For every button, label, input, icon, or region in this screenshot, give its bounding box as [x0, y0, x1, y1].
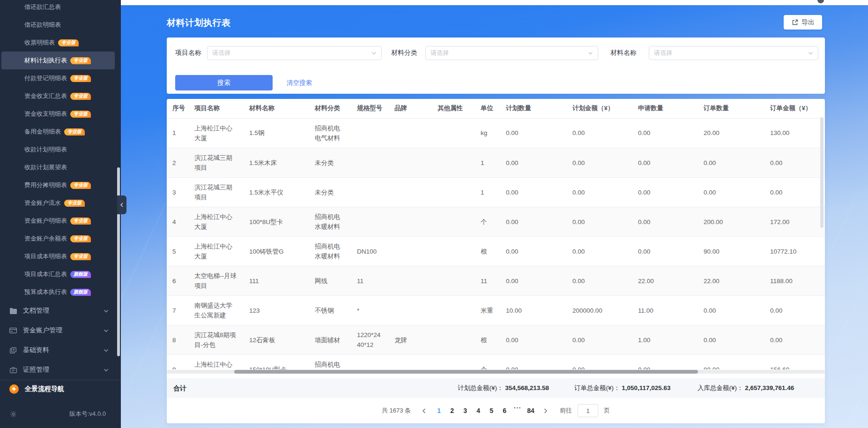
- select-placeholder: 请选择: [654, 49, 808, 57]
- column-header: 订单金额（¥）: [764, 99, 825, 118]
- page-button[interactable]: 5: [485, 404, 498, 417]
- sidebar-item[interactable]: 项目成本汇总表旗舰版: [1, 265, 115, 283]
- table-row[interactable]: 2滨江花城三期项目1.5米木床未分类10.000.000.000.000.00: [167, 148, 825, 178]
- table-row[interactable]: 6太空电梯--月球项目111网线11110.000.0022.0022.0011…: [167, 266, 825, 296]
- next-page-button[interactable]: [540, 404, 551, 417]
- table-cell: 0.00: [567, 148, 632, 178]
- table-cell: 不锈钢: [309, 296, 351, 325]
- column-header: 规格型号: [351, 99, 389, 118]
- export-icon: [791, 19, 799, 26]
- table-cell: [389, 148, 432, 178]
- horizontal-scrollbar[interactable]: [167, 370, 825, 374]
- sidebar-item[interactable]: 费用分摊明细表专业版: [1, 176, 115, 194]
- table-cell: 12石膏板: [244, 325, 309, 355]
- sidebar-item[interactable]: 收票明细表专业版: [1, 34, 115, 52]
- table-cell: [432, 325, 475, 355]
- table-cell: 11: [475, 266, 500, 296]
- search-button[interactable]: 搜索: [175, 75, 273, 90]
- filter-select[interactable]: 请选择: [425, 46, 598, 60]
- ellipsis-icon[interactable]: ···: [511, 404, 524, 417]
- table-row[interactable]: 9上海松江中心大厦150*10U型卡招商机电水暖材料个0.000.000.008…: [167, 355, 825, 369]
- avatar[interactable]: [817, 0, 824, 3]
- table-cell: 11.00: [632, 296, 698, 325]
- sidebar-item[interactable]: 资金收支汇总表专业版: [1, 87, 115, 105]
- sidebar-group-label: 资金账户管理: [23, 326, 104, 335]
- table-row[interactable]: 7南钢盛达大学生公寓新建123不锈钢*米重10.00200000.0011.00…: [167, 296, 825, 325]
- table-cell: 111: [244, 266, 309, 296]
- table-cell: 0.00: [500, 148, 567, 178]
- gear-icon[interactable]: [9, 411, 17, 418]
- table-cell: 墙面辅材: [309, 325, 351, 355]
- table-cell: [432, 207, 475, 237]
- sidebar-item[interactable]: 备用金明细表专业版: [1, 123, 115, 141]
- table-cell: 招商机电水暖材料: [309, 237, 351, 266]
- sidebar-item-label: 收款计划明细表: [24, 145, 67, 154]
- table-cell: 网线: [309, 266, 351, 296]
- sidebar-group-document[interactable]: 基础资料: [0, 340, 121, 360]
- table-cell: 0.00: [698, 296, 764, 325]
- sidebar-group-wallet[interactable]: 资金账户管理: [0, 321, 121, 340]
- table-cell: 1188.00: [764, 266, 825, 296]
- sidebar-item[interactable]: 借还款汇总表: [1, 0, 115, 16]
- sidebar-group-certificate[interactable]: 证照管理: [0, 360, 121, 380]
- export-button[interactable]: 导出: [784, 15, 822, 30]
- sidebar-item-label: 全景流程导航: [25, 385, 64, 393]
- sidebar-menu: 借还款汇总表借还款明细表收票明细表专业版材料计划执行表专业版付款登记明细表专业版…: [0, 0, 121, 301]
- sidebar-group-folder[interactable]: 文档管理: [0, 301, 121, 321]
- table-cell: 招商机电水暖材料: [309, 355, 351, 369]
- sidebar-item[interactable]: 项目成本明细表专业版: [1, 248, 115, 265]
- page-button[interactable]: 3: [459, 404, 472, 417]
- table-row[interactable]: 4上海松江中心大厦100*8U型卡招商机电水暖材料个0.000.000.0020…: [167, 207, 825, 237]
- table-row[interactable]: 8滨江花城8期项目-分包12石膏板墙面辅材1220*2440*12龙牌根0.00…: [167, 325, 825, 355]
- summary-item-label: 计划总金额(¥)：: [458, 384, 504, 391]
- sidebar-item[interactable]: 收款计划明细表: [1, 141, 115, 158]
- page-button[interactable]: 4: [472, 404, 485, 417]
- horizontal-scrollbar-thumb[interactable]: [234, 370, 698, 374]
- summary-item: 入库总金额(¥)： 2,657,339,761.46: [697, 378, 794, 398]
- goto-page-input[interactable]: [578, 404, 598, 417]
- table-cell: DN100: [351, 237, 389, 266]
- page-button[interactable]: 84: [524, 404, 537, 417]
- table-cell: 个: [475, 207, 500, 237]
- page-button[interactable]: 2: [445, 404, 459, 417]
- page-button[interactable]: 6: [498, 404, 511, 417]
- table-cell: 1.5米木床: [244, 148, 309, 178]
- page-button[interactable]: 1: [432, 404, 445, 417]
- table-cell: [389, 207, 432, 237]
- table-row[interactable]: 3滨江花城三期项目1.5米水平仪未分类10.000.000.000.000.00: [167, 178, 825, 207]
- table-cell: 0.00: [500, 355, 567, 369]
- filter-select[interactable]: 请选择: [649, 46, 818, 60]
- sidebar-item[interactable]: 收款计划展望表: [1, 158, 115, 176]
- sidebar-item[interactable]: 资金收支明细表专业版: [1, 105, 115, 123]
- sidebar-item[interactable]: 材料计划执行表专业版: [1, 52, 115, 69]
- filter-select[interactable]: 请选择: [207, 46, 382, 60]
- vertical-scrollbar-thumb[interactable]: [820, 117, 823, 228]
- table-cell: 上海松江中心大厦: [189, 237, 244, 266]
- table-row[interactable]: 1上海松江中心大厦1.5钢招商机电电气材料kg0.000.000.0020.00…: [167, 119, 825, 148]
- sidebar-item-label: 项目成本明细表: [24, 252, 67, 261]
- page-title: 材料计划执行表: [167, 17, 231, 29]
- sidebar-item[interactable]: 资金账户余额表专业版: [1, 230, 115, 248]
- prev-page-button[interactable]: [418, 404, 430, 417]
- table-cell: 156.60: [764, 355, 825, 369]
- clear-search-link[interactable]: 清空搜索: [287, 75, 312, 90]
- sidebar: 借还款汇总表借还款明细表收票明细表专业版材料计划执行表专业版付款登记明细表专业版…: [0, 0, 121, 428]
- sidebar-item-process-navigation[interactable]: 全景流程导航: [0, 380, 121, 398]
- chevron-down-icon: [588, 51, 593, 56]
- table-cell: [389, 355, 432, 369]
- sidebar-item[interactable]: 付款登记明细表专业版: [1, 69, 115, 87]
- sidebar-item[interactable]: 预算成本执行表旗舰版: [1, 283, 115, 301]
- table-cell: 0.00: [500, 266, 567, 296]
- table-row[interactable]: 5上海松江中心大厦100铸铁管G招商机电水暖材料DN100根0.000.000.…: [167, 237, 825, 266]
- compass-icon: [9, 384, 19, 394]
- version-label: 版本号:v4.0.0: [69, 410, 106, 418]
- sidebar-item[interactable]: 资金账户明细表专业版: [1, 212, 115, 230]
- table-cell: *: [351, 296, 389, 325]
- sidebar-collapse-handle[interactable]: [117, 195, 126, 214]
- table-cell: 米重: [475, 296, 500, 325]
- table-cell: 0.00: [764, 178, 825, 207]
- sidebar-item[interactable]: 借还款明细表: [1, 16, 115, 34]
- table-cell: 0.00: [698, 178, 764, 207]
- sidebar-item[interactable]: 资金账户流水专业版: [1, 194, 115, 212]
- chevron-down-icon: [104, 368, 109, 373]
